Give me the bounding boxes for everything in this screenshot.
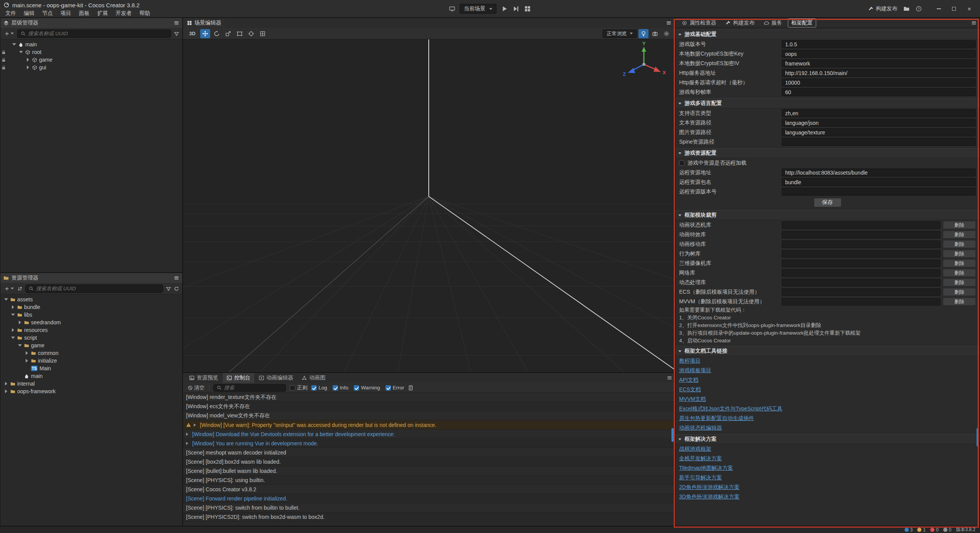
pivot-tool[interactable] (246, 29, 256, 38)
menu-item[interactable]: 扩展 (93, 10, 112, 17)
asset-row[interactable]: TS seedrandom (0, 319, 182, 326)
tab-build-publish[interactable]: 构建发布 (722, 18, 758, 28)
log-row[interactable]: [Scene] [PHYSICS]: using builtin. (183, 476, 675, 485)
regex-checkbox[interactable] (290, 385, 295, 391)
doc-link[interactable]: MVVM文档 (679, 396, 706, 403)
expand-arrow-icon[interactable] (26, 58, 30, 62)
delete-button[interactable]: 删除 (943, 269, 976, 277)
property-input[interactable]: 10000 (782, 78, 976, 87)
expand-arrow-icon[interactable] (18, 320, 22, 324)
delete-button[interactable]: 删除 (943, 231, 976, 239)
delete-button[interactable]: 删除 (943, 240, 976, 248)
expand-arrow-icon[interactable] (11, 314, 15, 316)
hierarchy-node-row[interactable]: gui (0, 64, 182, 71)
assets-search[interactable] (25, 284, 163, 293)
property-input[interactable]: framework (782, 59, 976, 67)
solution-link[interactable]: 战棋游戏框架 (679, 446, 711, 453)
create-node-button[interactable] (3, 30, 15, 37)
maximize-button[interactable] (946, 3, 962, 15)
doc-link[interactable]: ECS文档 (679, 386, 701, 393)
tab-services[interactable]: 服务 (760, 18, 786, 28)
menu-item[interactable]: 帮助 (136, 10, 154, 17)
doc-link[interactable]: API文档 (679, 377, 699, 384)
hierarchy-node-row[interactable]: game (0, 56, 182, 64)
delete-button[interactable]: 删除 (943, 278, 976, 286)
regex-filter[interactable]: 正则 (290, 384, 307, 391)
log-filter[interactable]: Error (385, 385, 404, 391)
hierarchy-node-row[interactable]: main (0, 41, 182, 48)
asset-row[interactable]: TS main (0, 372, 182, 380)
checkbox[interactable] (333, 385, 338, 391)
asset-row[interactable]: TS bundle (0, 303, 182, 311)
expand-arrow-icon[interactable] (4, 389, 8, 393)
tab-asset-preview[interactable]: 资源预览 (185, 373, 222, 383)
delete-button[interactable]: 删除 (943, 250, 976, 258)
log-row[interactable]: [Scene] [box2d]:box2d wasm lib loaded. (183, 457, 675, 466)
warning-count[interactable]: 1 (917, 527, 926, 533)
asset-row[interactable]: TS internal (0, 380, 182, 387)
log-expand-arrow[interactable] (186, 442, 190, 445)
layout-grid-icon[interactable] (524, 5, 531, 12)
section-doc-links[interactable]: 框架文档工具链接 (675, 346, 980, 356)
create-asset-button[interactable] (3, 285, 15, 292)
info-count[interactable]: 3 (905, 527, 913, 533)
section-resource-config[interactable]: 游戏资源配置 (675, 148, 980, 158)
lock-icon[interactable] (0, 57, 7, 62)
delete-button[interactable]: 删除 (943, 288, 976, 296)
log-row[interactable]: [Window] model_view文件夹不存在 (183, 411, 675, 420)
preview-platform-icon[interactable] (449, 6, 455, 12)
solution-link[interactable]: 2D角色扮演游戏解决方案 (679, 484, 740, 491)
expand-arrow-icon[interactable] (11, 305, 15, 309)
console-search-input[interactable] (224, 385, 283, 391)
expand-arrow-icon[interactable] (18, 344, 22, 347)
scene-settings-button[interactable] (662, 29, 671, 38)
rect-tool[interactable] (235, 29, 245, 38)
light-toggle[interactable] (639, 29, 648, 38)
menu-item[interactable]: 面板 (75, 10, 93, 17)
assets-search-input[interactable] (36, 286, 160, 291)
move-tool[interactable] (200, 29, 210, 38)
project-folder-icon[interactable] (903, 6, 910, 12)
lock-icon[interactable] (0, 50, 7, 55)
log-filter[interactable]: Log (311, 385, 327, 391)
property-input[interactable]: language/json (782, 119, 976, 127)
filter-icon[interactable] (174, 31, 179, 36)
solution-link[interactable]: Tiledmap地图解决方案 (679, 465, 733, 472)
log-filter[interactable]: Warning (354, 385, 380, 391)
doc-link[interactable]: 教程项目 (679, 358, 701, 365)
doc-link[interactable]: 原生包热更新配置自动生成插件 (679, 415, 754, 422)
camera-settings-button[interactable] (650, 29, 660, 38)
expand-arrow-icon[interactable] (24, 359, 29, 363)
menu-item[interactable]: 编辑 (20, 10, 38, 17)
save-button[interactable]: 保存 (814, 198, 841, 207)
asset-row[interactable]: TS common (0, 349, 182, 357)
solution-link[interactable]: 3D角色扮演游戏解决方案 (679, 494, 740, 500)
export-log-icon[interactable] (408, 385, 413, 391)
delete-button[interactable]: 删除 (943, 221, 976, 229)
log-row[interactable]: [Window] [Vue warn]: Property "onInput" … (183, 420, 675, 430)
refresh-icon[interactable] (174, 286, 179, 291)
task-count[interactable]: 0 (943, 527, 952, 533)
panel-menu-icon[interactable] (174, 20, 179, 26)
log-expand-arrow[interactable] (194, 423, 198, 427)
menu-item[interactable]: 开发者 (112, 10, 136, 17)
solution-link[interactable]: 全栈开发解决方案 (679, 455, 722, 462)
hierarchy-search[interactable] (17, 29, 171, 38)
log-row[interactable]: [Window] Download the Vue Devtools exten… (183, 430, 675, 439)
tab-scene-editor[interactable]: 场景编辑器 (183, 18, 225, 28)
doc-link[interactable]: 游戏模板项目 (679, 367, 711, 374)
help-icon[interactable] (916, 6, 922, 12)
property-input[interactable]: oops (782, 50, 976, 58)
log-row[interactable]: [Scene] Cocos Creator v3.8.2 (183, 485, 675, 494)
panel-menu-icon[interactable] (666, 20, 671, 26)
tab-console[interactable]: 控制台 (223, 373, 254, 383)
section-solutions[interactable]: 框架解决方案 (675, 434, 980, 444)
menu-item[interactable]: 项目 (57, 10, 75, 17)
error-count[interactable]: 0 (930, 527, 939, 533)
menu-item[interactable]: 文件 (2, 10, 20, 17)
property-input[interactable]: http://localhost:8083/assets/bundle (782, 168, 976, 177)
hierarchy-search-input[interactable] (28, 31, 168, 36)
log-row[interactable]: [Scene] [PHYSICS]: switch from builtin t… (183, 503, 675, 512)
log-expand-arrow[interactable] (186, 433, 190, 436)
scene-select[interactable]: 当前场景 (460, 4, 497, 14)
